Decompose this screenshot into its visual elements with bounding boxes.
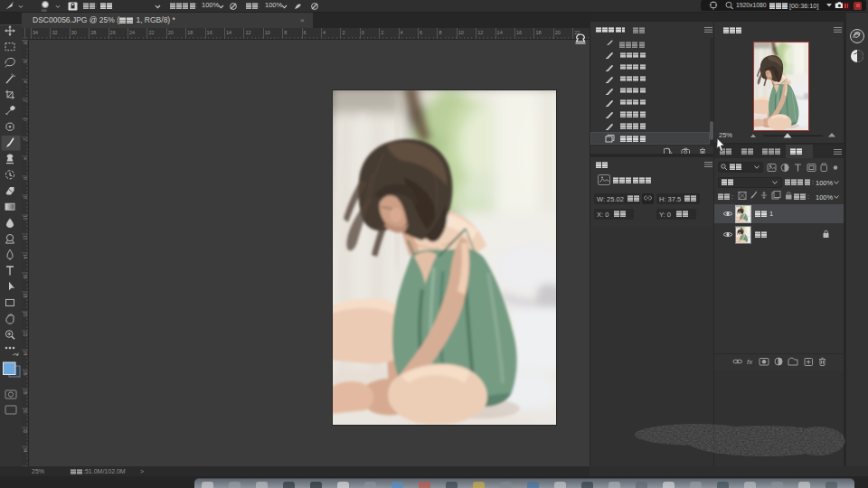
svg-text:[00:36:10]: [00:36:10]	[789, 2, 818, 10]
svg-text:fx: fx	[747, 358, 753, 366]
svg-text:600: 600	[42, 9, 47, 13]
svg-text:1920x1080: 1920x1080	[736, 2, 767, 8]
